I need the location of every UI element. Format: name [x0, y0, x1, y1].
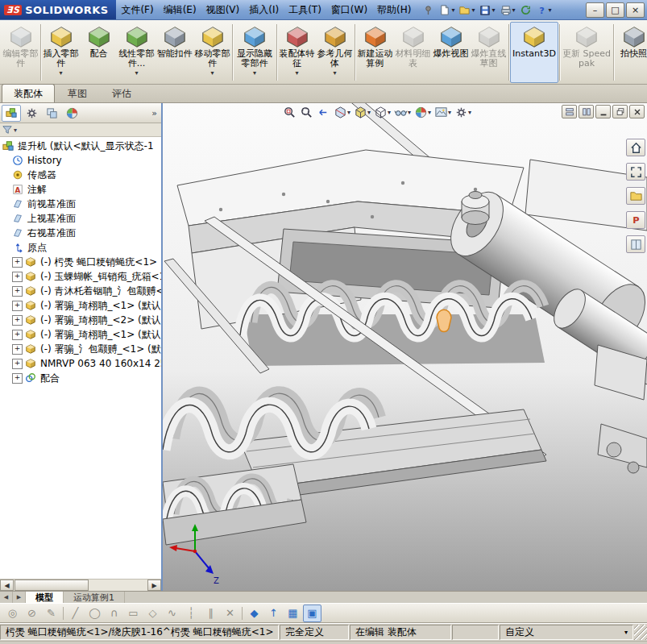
scroll-right-button[interactable]: ▶ [13, 592, 26, 603]
scrollbar-thumb[interactable] [15, 580, 89, 591]
isometric-view-button[interactable]: ▦ [284, 605, 302, 622]
tab-evaluate[interactable]: 评估 [100, 84, 143, 102]
doc-tab-1[interactable]: 运动算例1 [64, 592, 125, 603]
menu-item-0[interactable]: 文件(F) [116, 0, 158, 20]
featuremanager-tab[interactable] [2, 105, 21, 122]
smart-fasteners-button[interactable]: 智能扣件 [156, 22, 193, 83]
save-button[interactable]: ▾ [477, 3, 496, 17]
close-button[interactable]: × [626, 2, 645, 18]
reference-geometry-button[interactable]: 参考几何体▾ [316, 22, 354, 83]
expander-icon[interactable]: + [12, 286, 23, 297]
tree-item[interactable]: +(-) 青沐杔着铟聃_氵包颥赙<1> [2, 284, 161, 298]
trim-entities-button[interactable]: ✕ [221, 605, 239, 622]
menu-item-2[interactable]: 视图(V) [201, 0, 245, 20]
edit-appearance-button[interactable]: ▾ [413, 105, 432, 120]
expander-icon[interactable]: + [12, 330, 23, 340]
measure-button[interactable]: ◆ [245, 605, 263, 622]
edit-component-button[interactable]: 编辑零部件 [2, 22, 39, 83]
tree-root[interactable]: 提升机 (默认<默认_显示状态-1 [2, 139, 161, 153]
tab-sketch[interactable]: 草图 [56, 84, 99, 102]
home-button[interactable] [626, 139, 645, 156]
update-speedpak-button[interactable]: 更新 Speedpak [561, 22, 612, 83]
filter-funnel-icon[interactable] [2, 125, 12, 135]
rectangle-button[interactable]: ▭ [124, 605, 143, 622]
open-folder-button[interactable] [626, 187, 645, 205]
section-properties-button[interactable]: ↑ [264, 605, 283, 622]
tree-item[interactable]: History [2, 153, 161, 168]
hide-show-items-button[interactable]: ▾ [393, 105, 412, 120]
menu-item-4[interactable]: 工具(T) [284, 0, 326, 20]
tree-item[interactable]: 右视基准面 [2, 226, 161, 240]
expander-icon[interactable]: + [12, 301, 23, 311]
centerline-button[interactable]: ┆ [182, 605, 201, 622]
spline-button[interactable]: ∿ [163, 605, 181, 622]
mirror-entities-button[interactable]: ∥ [201, 605, 220, 622]
expander-icon[interactable]: + [12, 257, 23, 268]
expander-icon[interactable]: + [12, 315, 23, 326]
no-solve-button[interactable]: ⊘ [23, 605, 41, 622]
expander-icon[interactable]: + [12, 359, 23, 369]
tree-horizontal-scrollbar[interactable]: ◀ ▶ [0, 579, 161, 591]
tree-item[interactable]: +(-) 署骟_氵包颥赙_<1> (默认< [2, 342, 161, 356]
instant3d-button[interactable]: Instant3D [510, 22, 558, 83]
tree-item[interactable]: 上视基准面 [2, 211, 161, 226]
apply-scene-button[interactable]: ▾ [433, 105, 452, 120]
line-button[interactable]: ╱ [66, 605, 85, 622]
menu-item-3[interactable]: 插入(I) [244, 0, 284, 20]
maximize-button[interactable]: □ [606, 2, 624, 18]
insert-component-button[interactable]: 插入零部件▾ [42, 22, 80, 83]
zoom-fit-button[interactable] [282, 105, 297, 120]
expander-icon[interactable]: + [12, 272, 23, 282]
rebuild-button[interactable] [518, 3, 533, 17]
polygon-button[interactable]: ◇ [143, 605, 162, 622]
move-component-button[interactable]: 移动零部件▾ [193, 22, 231, 83]
expander-icon[interactable]: + [12, 373, 23, 384]
tree-item[interactable]: 原点 [2, 240, 161, 255]
tree-item[interactable]: 传感器 [2, 168, 161, 182]
section-view-button[interactable]: ▾ [333, 105, 351, 120]
show-hidden-components-button[interactable]: 显示隐藏零部件▾ [234, 22, 276, 83]
fullscreen-button[interactable] [626, 163, 645, 181]
zoom-area-button[interactable] [299, 105, 314, 120]
linear-component-pattern-button[interactable]: 线性零部件...▾ [118, 22, 156, 83]
tree-item[interactable]: +(-) 署骟_琦栩聃_<1> (默认< [2, 327, 161, 342]
assembly-features-button[interactable]: 装配体特征▾ [278, 22, 316, 83]
display-style-button[interactable]: ▾ [373, 105, 392, 120]
new-motion-study-button[interactable]: 新建运动算例 [356, 22, 394, 83]
3d-model-scene[interactable]: Z [163, 103, 647, 591]
minimize-button[interactable] [595, 105, 611, 118]
menu-item-1[interactable]: 编辑(E) [159, 0, 201, 20]
previous-view-button[interactable] [316, 105, 331, 120]
view-orientation-button[interactable]: ▾ [353, 105, 371, 120]
tree-item[interactable]: +(-) 杇爂 蝇囗粳销蝇疣<1> [2, 255, 161, 269]
bill-of-materials-button[interactable]: 材料明细表 [394, 22, 432, 83]
print-button[interactable]: ▾ [498, 3, 517, 17]
smart-dimension-button[interactable]: ◎ [3, 605, 22, 622]
tree-item[interactable]: +(-) 署骟_琦栩聃_<1> (默认< [2, 298, 161, 313]
scroll-right-icon[interactable]: ▶ [147, 580, 161, 591]
tile-vertical-button[interactable] [579, 105, 594, 118]
scrollbar-track[interactable] [89, 580, 147, 591]
graphics-viewport[interactable]: Z ▾▾▾▾▾▾▾ P [163, 103, 647, 591]
view-settings-button[interactable]: ▾ [454, 105, 472, 120]
restore-button[interactable] [612, 105, 628, 118]
explode-line-sketch-button[interactable]: 爆炸直线草图 [470, 22, 508, 83]
displaymanager-tab[interactable] [62, 105, 81, 122]
tab-assembly[interactable]: 装配体 [2, 84, 55, 102]
menu-item-6[interactable]: 帮助(H) [372, 0, 416, 20]
panel-expand-chevron[interactable]: » [149, 108, 160, 118]
scroll-left-button[interactable]: ◀ [0, 592, 13, 603]
propertymanager-tab[interactable] [22, 105, 41, 122]
arc-button[interactable]: ∩ [105, 605, 123, 622]
filter-dropdown-icon[interactable]: ▾ [14, 127, 17, 134]
status-custom-dropdown[interactable]: 自定义▾ [500, 625, 633, 640]
minimize-button[interactable]: – [586, 2, 604, 18]
scroll-left-icon[interactable]: ◀ [0, 580, 14, 591]
doc-tab-0[interactable]: 模型 [26, 592, 64, 603]
tree-item[interactable]: 前视基准面 [2, 197, 161, 211]
tree-item[interactable]: +配合 [2, 371, 161, 385]
sketch-button[interactable]: ✎ [42, 605, 60, 622]
tree-item[interactable]: +(-) 玉蜾蝴帐_铒销疱_疣箱<1 [2, 269, 161, 284]
take-snapshot-button[interactable]: 拍快照 [615, 22, 647, 83]
display-pane-toggle-button[interactable]: ▣ [303, 605, 321, 622]
